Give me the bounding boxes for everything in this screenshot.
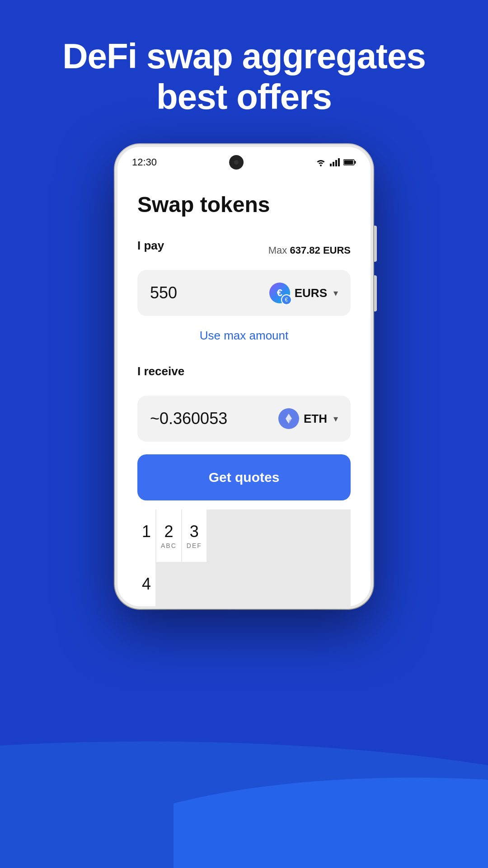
key-4[interactable]: 4 — [137, 562, 155, 606]
receive-token-selector[interactable]: ETH ▾ — [278, 408, 338, 429]
status-time: 12:30 — [132, 156, 157, 168]
wifi-icon — [315, 158, 326, 166]
pay-label: I pay — [137, 239, 164, 253]
eurs-token-icon: € — [269, 283, 290, 303]
page-title: Swap tokens — [137, 192, 351, 217]
front-camera — [229, 155, 244, 170]
receive-amount: ~0.360053 — [150, 409, 227, 428]
svg-rect-6 — [344, 160, 353, 165]
phone-container: 12:30 — [0, 144, 488, 609]
svg-rect-2 — [335, 160, 337, 166]
svg-rect-0 — [330, 164, 332, 166]
receive-token-chevron: ▾ — [333, 413, 338, 424]
header-section: DeFi swap aggregates best offers — [0, 0, 488, 144]
use-max-amount-button[interactable]: Use max amount — [137, 329, 351, 343]
key-3[interactable]: 3 DEF — [182, 509, 206, 562]
status-icons — [315, 158, 356, 166]
svg-rect-5 — [355, 161, 356, 164]
get-quotes-button[interactable]: Get quotes — [137, 454, 351, 500]
max-amount-label: Max 637.82 EURS — [268, 245, 351, 256]
pay-section-header: I pay Max 637.82 EURS — [137, 239, 351, 262]
key-1[interactable]: 1 — [137, 509, 155, 562]
keyboard-row-2: 4 — [137, 562, 351, 606]
receive-token-name: ETH — [304, 412, 327, 426]
header-title: DeFi swap aggregates best offers — [0, 36, 488, 117]
status-bar: 12:30 — [117, 147, 371, 174]
phone-frame: 12:30 — [115, 144, 373, 609]
eth-logo — [282, 412, 296, 425]
pay-amount: 550 — [150, 283, 177, 302]
pay-token-name: EURS — [295, 286, 327, 300]
pay-token-selector[interactable]: € EURS ▾ — [269, 283, 338, 303]
phone-inner: 12:30 — [117, 147, 371, 606]
receive-section-header: I receive — [137, 364, 351, 387]
receive-section: I receive ~0.360053 — [137, 364, 351, 442]
signal-icon — [330, 158, 340, 166]
keyboard: 1 2 ABC 3 DEF 4 — [137, 509, 351, 606]
app-content: Swap tokens I pay Max 637.82 EURS 550 € — [117, 174, 371, 606]
svg-rect-3 — [338, 158, 340, 166]
key-2[interactable]: 2 ABC — [156, 509, 181, 562]
receive-input-row[interactable]: ~0.360053 ETH ▾ — [137, 396, 351, 442]
battery-icon — [343, 159, 356, 166]
receive-label: I receive — [137, 364, 184, 378]
eth-token-icon — [278, 408, 299, 429]
svg-rect-1 — [333, 162, 334, 166]
keyboard-row-1: 1 2 ABC 3 DEF — [137, 509, 351, 562]
pay-token-chevron: ▾ — [333, 288, 338, 298]
pay-section: I pay Max 637.82 EURS 550 € EURS ▾ — [137, 239, 351, 343]
pay-input-row[interactable]: 550 € EURS ▾ — [137, 270, 351, 316]
